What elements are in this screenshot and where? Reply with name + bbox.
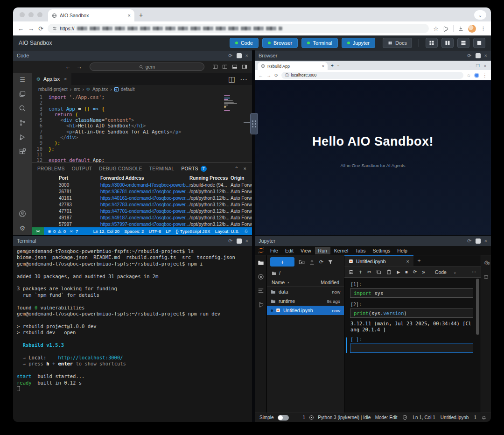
status-spaces[interactable]: Spaces: 2 xyxy=(124,229,144,234)
insert-cell-icon[interactable]: + xyxy=(359,269,362,275)
embedded-tab-rsbuild-app[interactable]: Rsbuild App × xyxy=(258,62,328,70)
new-launcher-button[interactable]: + xyxy=(270,257,294,267)
layout-single-button[interactable] xyxy=(473,38,485,48)
cell-input[interactable]: print(sys.version) xyxy=(350,309,473,318)
close-icon[interactable]: × xyxy=(245,53,248,58)
notebook-cell-1[interactable]: [1]:import sys xyxy=(350,282,473,298)
cell-input[interactable]: import sys xyxy=(350,288,473,298)
chrome-menu-kebab-icon[interactable]: ⋮ xyxy=(480,25,486,32)
forwarded-address-link[interactable]: https://47701-ondemand-t7osqboc-power... xyxy=(100,209,189,214)
download-icon[interactable] xyxy=(458,26,464,32)
search-icon[interactable] xyxy=(19,105,26,112)
terminal-output[interactable]: gem@ondemand-t7osqboc-powerbmiuo-fspfs:~… xyxy=(13,246,252,422)
forwarded-address-link[interactable]: https://49187-ondemand-t7osqboc-power... xyxy=(100,215,189,220)
panel-expand-checkbox[interactable] xyxy=(237,239,242,244)
bell-icon[interactable] xyxy=(482,415,486,420)
restart-run-all-icon[interactable]: » xyxy=(422,269,425,275)
panel-toggle-button-terminal[interactable]: Terminal xyxy=(301,38,338,48)
kernel-sessions-count[interactable]: 1 xyxy=(303,415,306,420)
profile-avatar[interactable] xyxy=(468,25,476,33)
bookmark-star-icon[interactable]: ☆ xyxy=(467,73,471,78)
close-icon[interactable]: × xyxy=(245,238,248,244)
mode-indicator[interactable]: Mode: Edit xyxy=(375,415,398,420)
panel-tab-ports[interactable]: PORTS7 xyxy=(182,166,207,172)
bookmark-star-icon[interactable]: ☆ xyxy=(433,25,439,32)
menu-edit[interactable]: Edit xyxy=(282,247,297,254)
customize-layout-icon[interactable] xyxy=(212,64,218,70)
name-header[interactable]: Name xyxy=(272,280,285,285)
back-icon[interactable]: ← xyxy=(259,73,263,78)
menu-run[interactable]: Run xyxy=(315,247,330,254)
close-panel-icon[interactable]: × xyxy=(244,166,246,172)
close-icon[interactable]: × xyxy=(484,238,487,244)
browser-tab-aio-sandbox[interactable]: AIO Sandbox × xyxy=(48,9,134,21)
layout-split-vertical-button[interactable] xyxy=(441,38,454,48)
new-notebook-tab-button[interactable]: + xyxy=(413,255,425,266)
extensions-puzzle-icon[interactable] xyxy=(443,26,449,32)
run-cell-icon[interactable]: ▶ xyxy=(397,270,400,274)
debugger-bug-icon[interactable] xyxy=(483,274,489,280)
file-browser-icon[interactable] xyxy=(258,260,264,266)
tab-app-tsx[interactable]: ⚙ App.tsx × xyxy=(32,73,71,85)
forwarded-ports-status[interactable]: 7 xyxy=(66,229,78,234)
remote-indicator[interactable]: >< xyxy=(32,227,44,235)
file-row-data[interactable]: datanow xyxy=(267,287,344,296)
breadcrumb-src[interactable]: src xyxy=(74,87,80,92)
menu-icon[interactable]: ☰ xyxy=(20,76,25,83)
extension-manager-puzzle-icon[interactable] xyxy=(258,302,264,308)
more-actions-icon[interactable]: ⋯ xyxy=(240,75,247,84)
property-inspector-icon[interactable]: ⚙⚙ xyxy=(484,260,489,266)
menu-tabs[interactable]: Tabs xyxy=(352,247,369,254)
save-icon[interactable] xyxy=(349,269,354,274)
close-tab-icon[interactable]: × xyxy=(322,64,324,69)
minimize-icon[interactable]: – xyxy=(469,63,472,68)
menu-help[interactable]: Help xyxy=(394,247,411,254)
toggle-sidebar-icon[interactable] xyxy=(222,64,228,70)
menu-kebab-icon[interactable]: ⋮ xyxy=(483,73,487,78)
panel-toggle-button-jupyter[interactable]: Jupyter xyxy=(342,38,375,48)
refresh-icon[interactable]: ⟳ xyxy=(228,238,232,244)
refresh-file-list-icon[interactable]: ⟳ xyxy=(319,259,323,265)
nav-forward-icon[interactable]: → xyxy=(77,63,82,70)
forwarded-address-link[interactable]: https://40161-ondemand-t7osqboc-power... xyxy=(100,196,189,201)
panel-expand-checkbox[interactable] xyxy=(476,239,481,244)
trust-shield-icon[interactable] xyxy=(402,415,407,420)
status-language[interactable]: TypeScript JSX xyxy=(180,229,210,234)
docs-button[interactable]: Docs xyxy=(383,38,412,48)
info-icon[interactable]: ⓘ xyxy=(285,72,289,78)
close-tab-icon[interactable]: × xyxy=(64,76,67,82)
profile-avatar[interactable] xyxy=(474,73,479,78)
panel-resize-handle[interactable] xyxy=(250,113,258,134)
tab-list-chevron-icon[interactable]: ⌄ xyxy=(337,63,340,70)
minimize-window-button[interactable] xyxy=(28,12,34,17)
breadcrumb-root[interactable]: / xyxy=(279,270,280,276)
close-icon[interactable]: × xyxy=(484,53,487,58)
notebook-scrollbar[interactable] xyxy=(476,279,479,335)
notebook-cell-2[interactable]: [2]:print(sys.version)3.12.11 (main, Jul… xyxy=(350,302,473,333)
status-line-col[interactable]: Ln 12, Col 20 xyxy=(93,229,120,234)
more-commands-icon[interactable]: ⋯ xyxy=(472,269,476,274)
zoom-window-button[interactable] xyxy=(37,12,42,17)
filter-funnel-icon[interactable] xyxy=(328,259,333,265)
panel-tab-debug-console[interactable]: DEBUG CONSOLE xyxy=(99,166,142,171)
running-sessions-icon[interactable] xyxy=(258,274,264,280)
errors-count[interactable]: 0 xyxy=(53,229,56,234)
split-editor-icon[interactable]: ◫ xyxy=(228,75,235,84)
file-row-untitled-ipynb[interactable]: Untitled.ipynbnow xyxy=(267,306,344,315)
menu-view[interactable]: View xyxy=(297,247,315,254)
maximize-panel-icon[interactable]: ⌃ xyxy=(234,166,238,172)
refresh-icon[interactable]: ⟳ xyxy=(228,53,232,59)
new-tab-button[interactable]: + xyxy=(134,11,147,21)
status-keyboard-layout[interactable]: Layout: U.S. xyxy=(215,229,239,234)
explorer-icon[interactable] xyxy=(19,90,26,98)
file-row-runtime[interactable]: runtime9s ago xyxy=(267,296,344,306)
upload-icon[interactable] xyxy=(309,259,315,265)
extensions-icon[interactable] xyxy=(19,148,26,155)
forward-button[interactable]: → xyxy=(28,25,34,32)
settings-gear-icon[interactable]: ⚙ xyxy=(20,225,26,232)
minimap[interactable] xyxy=(224,95,247,111)
forwarded-address-link[interactable]: https://3000-ondemand-t7osqboc-powerb... xyxy=(100,182,189,188)
reload-icon[interactable]: ⟳ xyxy=(274,73,278,78)
new-folder-icon[interactable] xyxy=(299,259,305,265)
toggle-secondary-sidebar-icon[interactable] xyxy=(242,64,247,70)
